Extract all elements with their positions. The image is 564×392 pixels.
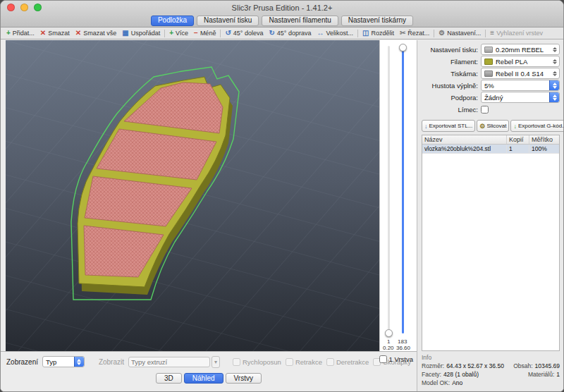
column-header-copies[interactable]: Kopií [507, 135, 529, 144]
view-preview-button[interactable]: Náhled [184, 373, 223, 384]
view-mode-label: Zobrazení [6, 358, 38, 366]
split-icon: ◫ [362, 30, 369, 37]
object-name-cell: vlozka%20obluk%204.stl [422, 145, 507, 153]
minimize-window-button[interactable] [20, 4, 28, 11]
upper-layer-slider-track[interactable] [402, 46, 404, 333]
infill-density-combo[interactable]: 5% [481, 80, 560, 91]
toolbar-delete-all[interactable]: ✕Smazat vše [73, 27, 119, 39]
toolbar-layer-smoothing: ≡Vyhlazení vrstev [487, 27, 546, 39]
brim-checkbox[interactable] [481, 106, 489, 114]
settings-icon: ⚙ [439, 30, 445, 37]
toolbar: +Přidat... ✕Smazat ✕Smazat vše ▦Uspořáda… [1, 27, 563, 39]
objects-table-header: Název Kopií Měřítko [422, 135, 559, 145]
travel-checkbox: Rychloposun [233, 358, 281, 366]
app-window: Slic3r Prusa Edition - 1.41.2+ Podložka … [0, 0, 564, 392]
view-layers-button[interactable]: Vrstvy [226, 373, 262, 384]
printer-combo[interactable]: Rebel II 0.4 S14 [481, 68, 560, 79]
toolbar-delete[interactable]: ✕Smazat [37, 27, 73, 39]
layer-smoothing-icon: ≡ [490, 30, 494, 37]
objects-table: Název Kopií Měřítko vlozka%20obluk%204.s… [422, 135, 560, 351]
bed-3d-view[interactable] [6, 40, 379, 351]
add-icon: + [6, 30, 11, 37]
filament-combo[interactable]: Rebel PLA [481, 56, 560, 67]
toolbar-fewer[interactable]: −Méně [191, 27, 219, 39]
arrange-icon: ▦ [122, 30, 128, 37]
close-window-button[interactable] [7, 4, 15, 11]
toolbar-arrange[interactable]: ▦Uspořádat [119, 27, 163, 39]
fewer-copies-icon: − [194, 30, 198, 37]
volume-value: 10345.69 [535, 362, 560, 369]
toolbar-separator [485, 30, 486, 37]
one-layer-checkbox[interactable]: 1 Vrstva [379, 355, 414, 363]
brim-label: Límec: [422, 106, 478, 114]
show-label: Zobrazit [99, 358, 124, 366]
stepper-icon [549, 80, 559, 90]
scale-icon: ↔ [317, 30, 324, 37]
printer-icon [484, 71, 493, 77]
object-copies-cell: 1 [507, 145, 529, 153]
infill-density-label: Hustota výplně: [422, 82, 478, 90]
printer-label: Tiskárna: [422, 70, 478, 78]
tab-print-settings[interactable]: Nastavení tisku [197, 16, 259, 26]
print-settings-combo[interactable]: 0.20mm REBEL [481, 44, 560, 55]
layer-slider-area: 1 183 0.20 36.60 [379, 40, 417, 351]
lower-layer-slider-track[interactable] [388, 46, 390, 333]
filament-label: Filament: [422, 58, 478, 66]
3d-viewport[interactable] [6, 40, 379, 351]
zoom-window-button[interactable] [34, 4, 42, 11]
left-column: 1 183 0.20 36.60 Zobrazení Typ Zobrazit … [1, 40, 417, 391]
toolbar-add[interactable]: +Přidat... [4, 27, 37, 39]
stepper-icon [74, 357, 84, 367]
facets-label: Facety: [422, 371, 441, 378]
tab-filament-settings[interactable]: Nastavení filamentu [262, 16, 338, 26]
export-gcode-button[interactable]: ↓Exportovat G-kód... [510, 120, 564, 132]
toolbar-rotate-right[interactable]: ↻45° doprava [266, 27, 314, 39]
cut-icon: ✂ [400, 30, 405, 37]
toolbar-scale[interactable]: ↔Velikost... [314, 27, 356, 39]
delete-icon: ✕ [40, 30, 46, 37]
tab-bar: Podložka Nastavení tisku Nastavení filam… [1, 15, 563, 27]
view-3d-button[interactable]: 3D [156, 373, 182, 384]
info-title: Info [422, 354, 560, 361]
toolbar-separator [434, 30, 434, 37]
slice-button[interactable]: ⚙Slicovat [477, 120, 509, 132]
export-stl-icon: ↓ [424, 123, 428, 130]
bottom-bar: Zobrazení Typ Zobrazit ▾ Rychloposun Ret… [1, 351, 417, 391]
viewport-row: 1 183 0.20 36.60 [1, 40, 417, 351]
model-ok-value: Ano [452, 379, 462, 386]
table-empty-area [422, 154, 559, 350]
volume-label: Obsah: [513, 362, 532, 369]
size-value: 64.43 x 52.67 x 36.50 [446, 362, 504, 369]
traffic-lights [7, 4, 42, 11]
slice-icon: ⚙ [479, 123, 485, 130]
support-combo[interactable]: Žádný [481, 92, 560, 103]
column-header-scale[interactable]: Měřítko [529, 135, 559, 144]
main-content: 1 183 0.20 36.60 Zobrazení Typ Zobrazit … [1, 40, 563, 391]
toolbar-settings[interactable]: ⚙Nastavení... [436, 27, 484, 39]
toolbar-split[interactable]: ◫Rozdělit [360, 27, 397, 39]
export-buttons-row: ↓Exportovat STL... ⚙Slicovat ↓Exportovat… [422, 120, 560, 132]
upper-layer-slider-knob[interactable] [399, 44, 407, 51]
tab-plater[interactable]: Podložka [151, 16, 194, 26]
extrusion-types-dropdown-icon: ▾ [212, 356, 220, 368]
toolbar-cut[interactable]: ✂Řezat... [397, 27, 432, 39]
toolbar-separator [357, 30, 358, 37]
toolbar-separator [220, 30, 221, 37]
delete-all-icon: ✕ [75, 30, 81, 37]
print-settings-label: Nastavení tisku: [422, 46, 478, 54]
view-type-combo[interactable]: Typ [42, 356, 85, 367]
column-header-name[interactable]: Název [422, 135, 507, 144]
preview-controls-row: Zobrazení Typ Zobrazit ▾ Rychloposun Ret… [1, 352, 417, 368]
rotate-left-icon: ↺ [225, 30, 231, 37]
lower-layer-slider-knob[interactable] [385, 329, 393, 337]
lower-layer-height: 0.20 [383, 345, 394, 351]
model-ok-label: Model OK: [422, 379, 450, 386]
export-gcode-icon: ↓ [513, 123, 517, 130]
filament-color-swatch [484, 59, 493, 65]
table-row[interactable]: vlozka%20obluk%204.stl 1 100% [422, 145, 559, 154]
export-stl-button[interactable]: ↓Exportovat STL... [422, 120, 475, 132]
toolbar-rotate-left[interactable]: ↺45° doleva [222, 27, 266, 39]
toolbar-more[interactable]: +Více [166, 27, 191, 39]
print-profile-icon [484, 47, 493, 53]
tab-printer-settings[interactable]: Nastavení tiskárny [341, 16, 413, 26]
